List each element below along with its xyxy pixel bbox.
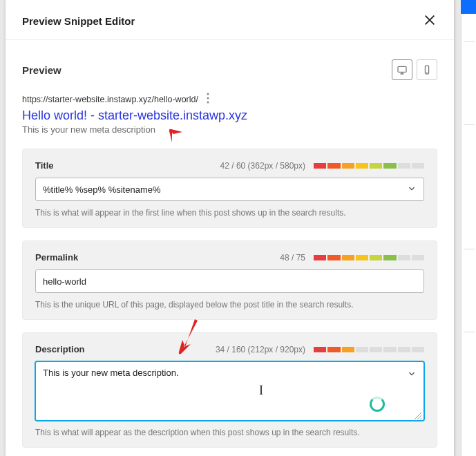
preview-header-row: Preview bbox=[22, 59, 437, 80]
permalink-hint: This is the unique URL of this page, dis… bbox=[35, 300, 424, 310]
preview-label: Preview bbox=[22, 64, 61, 76]
description-hint: This is what will appear as the descript… bbox=[35, 428, 424, 437]
permalink-length-bar bbox=[314, 255, 424, 260]
svg-point-2 bbox=[427, 73, 428, 73]
title-input[interactable] bbox=[43, 184, 407, 195]
more-options-icon[interactable] bbox=[204, 93, 212, 106]
description-input-wrap[interactable] bbox=[35, 361, 424, 421]
permalink-panel: Permalink 48 / 75 This is the unique URL… bbox=[22, 240, 437, 320]
serp-preview-description: This is your new meta description bbox=[22, 124, 437, 135]
publish-button-sliver[interactable] bbox=[461, 0, 476, 14]
title-panel: Title 42 / 60 (362px / 580px) This is wh… bbox=[22, 149, 437, 228]
serp-preview-title: Hello world! - starter-website.instawp.x… bbox=[22, 108, 437, 123]
permalink-counter: 48 / 75 bbox=[280, 253, 305, 263]
permalink-field-label: Permalink bbox=[35, 252, 78, 263]
description-counter: 34 / 160 (212px / 920px) bbox=[216, 345, 305, 354]
loading-spinner-icon bbox=[370, 397, 385, 412]
title-input-wrap[interactable] bbox=[35, 178, 424, 201]
chevron-down-icon[interactable] bbox=[407, 369, 417, 381]
preview-snippet-modal: Preview Snippet Editor Preview https://s… bbox=[6, 0, 455, 456]
editor-sidebar-sliver bbox=[461, 0, 476, 456]
permalink-input-wrap[interactable] bbox=[35, 269, 424, 293]
svg-point-4 bbox=[207, 97, 209, 99]
permalink-input[interactable] bbox=[43, 276, 417, 287]
title-length-bar bbox=[314, 163, 424, 169]
device-toggle-group bbox=[392, 59, 437, 80]
mobile-preview-button[interactable] bbox=[417, 59, 437, 80]
serp-preview-url: https://starter-website.instawp.xyz/hell… bbox=[22, 95, 198, 104]
serp-preview-url-row: https://starter-website.instawp.xyz/hell… bbox=[22, 93, 437, 106]
modal-title: Preview Snippet Editor bbox=[22, 15, 135, 27]
title-hint: This is what will appear in the first li… bbox=[35, 208, 424, 218]
resize-handle-icon[interactable] bbox=[415, 411, 421, 418]
svg-point-3 bbox=[207, 93, 209, 95]
modal-body: Preview https://starter-website.instawp.… bbox=[6, 40, 454, 456]
description-field-label: Description bbox=[35, 344, 85, 354]
description-length-bar bbox=[314, 347, 424, 352]
chevron-down-icon[interactable] bbox=[407, 184, 417, 196]
svg-point-5 bbox=[207, 102, 209, 104]
title-counter: 42 / 60 (362px / 580px) bbox=[220, 161, 305, 171]
svg-rect-0 bbox=[398, 66, 406, 72]
modal-header: Preview Snippet Editor bbox=[6, 0, 454, 40]
close-icon[interactable] bbox=[422, 12, 437, 30]
description-textarea[interactable] bbox=[43, 368, 403, 415]
title-field-label: Title bbox=[35, 160, 54, 171]
desktop-preview-button[interactable] bbox=[392, 59, 412, 80]
description-panel: Description 34 / 160 (212px / 920px) bbox=[22, 332, 437, 448]
